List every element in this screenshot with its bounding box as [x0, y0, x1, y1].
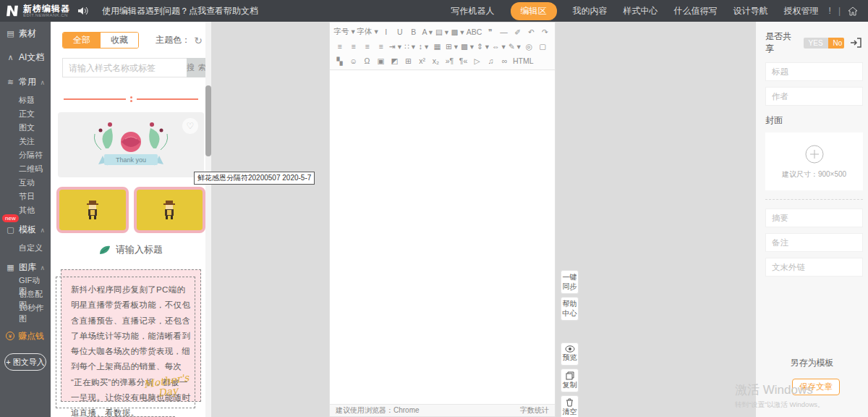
sidebar-item[interactable]: 正文	[0, 107, 51, 121]
tab-favorites[interactable]: 收藏	[101, 33, 138, 48]
link-button[interactable]: ∞	[499, 55, 510, 67]
panel-scrollbar-thumb[interactable]	[205, 85, 211, 156]
refresh-icon[interactable]: ↻	[194, 35, 203, 46]
sidebar-item[interactable]: 自定义	[0, 241, 51, 255]
import-article-button[interactable]: + 图文导入	[4, 353, 46, 371]
strikethrough-button[interactable]: ABC	[467, 26, 482, 38]
nav-item[interactable]: 设计导航	[733, 5, 768, 17]
sidebar-item[interactable]: 关注	[0, 135, 51, 148]
bold-button[interactable]: B	[408, 26, 419, 38]
superscript-button[interactable]: x²	[417, 55, 427, 67]
share-no-option[interactable]: No	[828, 38, 844, 49]
insert-table-button[interactable]: ⊞	[403, 55, 414, 67]
h-spacing-button[interactable]: ⇔ ▾	[492, 41, 506, 53]
save-as-template-link[interactable]: 另存为模板	[756, 357, 868, 369]
special-char-button[interactable]: Ω	[362, 55, 373, 67]
nav-item[interactable]: 写作机器人	[451, 5, 495, 17]
article-note-input[interactable]	[765, 233, 863, 252]
one-key-sync-button[interactable]: 一键同步	[561, 270, 579, 294]
text-color-button[interactable]: A ▾	[422, 26, 433, 38]
rtl-button[interactable]: ¶«	[458, 55, 469, 67]
copy-button[interactable]: 复制	[561, 368, 579, 393]
word-count-link[interactable]: 字数统计	[520, 405, 549, 416]
align-left-button[interactable]: ≡	[334, 41, 345, 53]
image-edit-button[interactable]: ◩	[389, 55, 400, 67]
notification-indicator[interactable]: !	[829, 6, 831, 16]
yellow-divider-card[interactable]	[134, 187, 206, 233]
pink-text-style-item[interactable]: 新抖小程序同步复刻了PC端的明星直播带货看板功能，不仅包含直播预告、直播记录，还…	[61, 269, 201, 402]
save-article-button[interactable]: 保存文章	[792, 379, 840, 395]
sidebar-item[interactable]: 图文	[0, 121, 51, 135]
nav-item[interactable]: 我的内容	[573, 5, 608, 17]
collapse-panel-button[interactable]	[850, 38, 861, 48]
divider-style-item[interactable]	[64, 95, 198, 104]
redo-button[interactable]: ↷	[540, 26, 550, 38]
app-logo[interactable]: 新榜编辑器 EDIT.NEWRANK.CN	[0, 4, 77, 18]
nav-item[interactable]: 什么值得写	[674, 5, 718, 17]
image-layout-button[interactable]: ▩ ▾	[461, 41, 474, 53]
align-center-button[interactable]: ≡	[348, 41, 359, 53]
home-icon[interactable]	[848, 7, 858, 16]
title-style-item[interactable]: 请输入标题	[51, 243, 211, 256]
sidebar-item[interactable]: 标题	[0, 93, 51, 107]
sidebar-item[interactable]: ≋ 常用 ∧	[0, 71, 51, 93]
editor-content-area[interactable]	[330, 70, 555, 404]
line-height-button[interactable]: ↕ ▾	[418, 41, 429, 53]
sidebar-item[interactable]: 分隔符	[0, 148, 51, 162]
article-title-input[interactable]	[765, 62, 863, 81]
fullscreen-button[interactable]: ▢	[537, 41, 548, 53]
panel-scrollbar-track[interactable]	[205, 22, 211, 417]
italic-button[interactable]: I	[380, 26, 391, 38]
preview-button[interactable]: 预览	[561, 342, 579, 366]
image-button[interactable]: ▣	[375, 55, 386, 67]
sidebar-item[interactable]: 二维码	[0, 162, 51, 176]
sidebar-item[interactable]: ▢ 模板 ∧ new	[0, 219, 51, 241]
border-button[interactable]: ⊞ ▾	[446, 41, 458, 53]
zoom-button[interactable]: ◎	[524, 41, 535, 53]
sidebar-item[interactable]: ▤ 素材	[0, 22, 51, 46]
sidebar-item[interactable]: ∧ AI文档	[0, 46, 51, 70]
hr-button[interactable]: —	[498, 26, 509, 38]
share-yes-option[interactable]: YES	[804, 38, 828, 49]
tab-all[interactable]: 全部	[63, 33, 101, 48]
format-painter-button[interactable]: ▚	[334, 55, 345, 67]
article-outlink-input[interactable]	[765, 258, 863, 277]
video-button[interactable]: ▷	[472, 55, 482, 67]
sidebar-item[interactable]: 互动	[0, 176, 51, 190]
audio-button[interactable]: ♫	[485, 55, 496, 67]
indent-button[interactable]: ⇥ ▾	[389, 41, 401, 53]
font-size-select[interactable]: 字号 ▾	[334, 26, 354, 38]
align-right-button[interactable]: ≡	[362, 41, 373, 53]
subscript-button[interactable]: x₂	[430, 55, 441, 67]
underline-button[interactable]: U	[394, 26, 405, 38]
ltr-button[interactable]: »¶	[444, 55, 455, 67]
sidebar-item[interactable]: 10秒作图	[0, 306, 51, 320]
yellow-divider-card[interactable]	[56, 187, 129, 233]
emoji-button[interactable]: ☺	[348, 55, 359, 67]
help-center-button[interactable]: 帮助中心	[561, 297, 579, 321]
quote-button[interactable]: ❞	[485, 26, 495, 38]
favorite-heart-button[interactable]: ♡	[182, 118, 198, 134]
sidebar-item[interactable]: ¥ 赚点钱	[0, 326, 51, 346]
search-button[interactable]: 搜 索	[187, 58, 207, 77]
clear-button[interactable]: 清空	[561, 395, 579, 417]
undo-button[interactable]: ↶	[526, 26, 537, 38]
article-author-input[interactable]	[765, 87, 863, 106]
sidebar-item[interactable]: 节日	[0, 190, 51, 203]
thankyou-style-item[interactable]: Thank you ♡	[58, 112, 204, 177]
ordered-list-button[interactable]: ∷ ▾	[404, 41, 415, 53]
align-justify-button[interactable]: ≡	[375, 41, 386, 53]
help-link[interactable]: 使用编辑器遇到问题？点我查看帮助文档	[102, 5, 258, 17]
article-summary-input[interactable]	[765, 208, 863, 227]
style-search-input[interactable]	[62, 58, 187, 77]
cover-upload-box[interactable]: 建议尺寸：900×500	[765, 132, 863, 190]
highlight-color-button[interactable]: ▤ ▾	[435, 26, 448, 38]
html-button[interactable]: HTML	[513, 55, 534, 67]
bg-color-button[interactable]: ▩ ▾	[451, 26, 464, 38]
clear-format-button[interactable]: ✐	[512, 26, 523, 38]
nav-item[interactable]: 编辑区	[511, 2, 557, 20]
table-button[interactable]: ▦	[432, 41, 443, 53]
nav-item[interactable]: 授权管理	[784, 5, 819, 17]
pen-button[interactable]: ✎ ▾	[509, 41, 521, 53]
v-spacing-button[interactable]: ⇕ ▾	[477, 41, 489, 53]
